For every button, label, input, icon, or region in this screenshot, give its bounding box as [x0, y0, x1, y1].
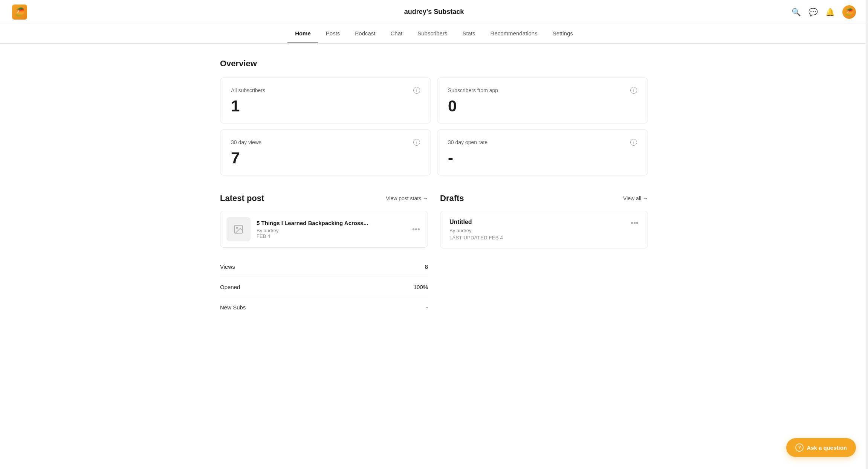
ask-question-button[interactable]: ? Ask a question [786, 438, 856, 457]
overview-grid: All subscribers i 1 Subscribers from app… [220, 78, 648, 175]
stat-open-rate: 30 day open rate i - [437, 129, 648, 175]
draft-card[interactable]: Untitled By audrey LAST UPDATED FEB 4 ••… [440, 211, 648, 248]
new-subs-label: New Subs [220, 304, 246, 311]
table-row: New Subs - [220, 297, 428, 317]
stat-all-subscribers: All subscribers i 1 [220, 78, 431, 123]
logo[interactable]: 🥭 [12, 5, 27, 20]
main-content: Overview All subscribers i 1 Subscribers… [208, 44, 660, 332]
stat-30day-views: 30 day views i 7 [220, 129, 431, 175]
view-post-stats-link[interactable]: View post stats → [386, 195, 428, 201]
main-nav: Home Posts Podcast Chat Subscribers Stat… [0, 24, 868, 44]
draft-author: By audrey [449, 228, 631, 233]
draft-title: Untitled [449, 219, 631, 225]
stat-from-app-info[interactable]: i [630, 87, 637, 94]
site-title: audrey's Substack [404, 8, 464, 16]
stat-from-app-value: 0 [448, 98, 637, 114]
search-icon[interactable]: 🔍 [792, 8, 801, 17]
draft-updated: LAST UPDATED FEB 4 [449, 235, 631, 241]
post-menu-button[interactable]: ••• [411, 224, 422, 235]
nav-home[interactable]: Home [287, 24, 318, 43]
nav-posts[interactable]: Posts [318, 24, 348, 43]
nav-subscribers[interactable]: Subscribers [410, 24, 455, 43]
ask-button-label: Ask a question [807, 445, 847, 451]
stat-all-subscribers-value: 1 [231, 98, 420, 114]
latest-post-section: Latest post View post stats → 5 Things I… [220, 193, 428, 317]
stat-30day-views-value: 7 [231, 150, 420, 166]
svg-point-1 [236, 227, 238, 228]
topbar: 🥭 audrey's Substack 🔍 💬 🔔 🥭 [0, 0, 868, 24]
chat-icon[interactable]: 💬 [808, 8, 818, 17]
post-author: By audrey [257, 228, 405, 233]
opened-label: Opened [220, 284, 240, 290]
views-label: Views [220, 263, 235, 270]
nav-settings[interactable]: Settings [545, 24, 581, 43]
drafts-section: Drafts View all → Untitled By audrey LAS… [440, 193, 648, 317]
latest-post-title: Latest post [220, 193, 264, 203]
stat-from-app-label: Subscribers from app [448, 87, 498, 93]
nav-recommendations[interactable]: Recommendations [483, 24, 545, 43]
nav-stats[interactable]: Stats [455, 24, 483, 43]
post-card[interactable]: 5 Things I Learned Backpacking Across...… [220, 211, 428, 248]
new-subs-value: - [426, 304, 428, 311]
stat-open-rate-label: 30 day open rate [448, 139, 487, 145]
views-value: 8 [425, 263, 428, 270]
ask-icon: ? [795, 443, 804, 452]
post-stats-table: Views 8 Opened 100% New Subs - [220, 257, 428, 317]
nav-podcast[interactable]: Podcast [347, 24, 383, 43]
stat-open-rate-value: - [448, 150, 637, 166]
table-row: Views 8 [220, 257, 428, 277]
opened-value: 100% [414, 284, 428, 290]
draft-info: Untitled By audrey LAST UPDATED FEB 4 [449, 219, 631, 241]
overview-title: Overview [220, 59, 648, 69]
stat-30day-views-info[interactable]: i [413, 139, 420, 146]
avatar[interactable]: 🥭 [842, 5, 856, 19]
post-title: 5 Things I Learned Backpacking Across... [257, 220, 405, 226]
table-row: Opened 100% [220, 277, 428, 297]
lower-grid: Latest post View post stats → 5 Things I… [220, 193, 648, 317]
stat-all-subscribers-label: All subscribers [231, 87, 265, 93]
stat-30day-views-label: 30 day views [231, 139, 261, 145]
post-info: 5 Things I Learned Backpacking Across...… [257, 220, 405, 239]
nav-chat[interactable]: Chat [383, 24, 410, 43]
topbar-actions: 🔍 💬 🔔 🥭 [792, 5, 856, 19]
draft-menu-button[interactable]: ••• [631, 219, 639, 227]
stat-all-subscribers-info[interactable]: i [413, 87, 420, 94]
view-all-drafts-link[interactable]: View all → [623, 195, 648, 201]
scrollbar-track[interactable] [866, 0, 868, 469]
stat-subscribers-from-app: Subscribers from app i 0 [437, 78, 648, 123]
bell-icon[interactable]: 🔔 [825, 8, 835, 17]
post-date: FEB 4 [257, 233, 405, 239]
post-thumbnail [226, 217, 251, 241]
stat-open-rate-info[interactable]: i [630, 139, 637, 146]
drafts-title: Drafts [440, 193, 464, 203]
